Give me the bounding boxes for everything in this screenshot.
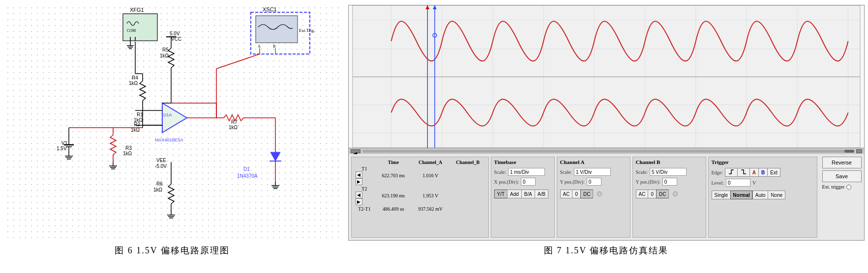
svg-text:1N4370A: 1N4370A [237, 173, 258, 179]
chb-btn-0[interactable]: 0 [648, 190, 656, 198]
svg-text:1.5V: 1.5V [57, 146, 67, 151]
t2t1-time: 486.409 us [375, 206, 411, 212]
t1-right-btn[interactable]: ▶ [356, 178, 362, 185]
osc-controls: Time Channel_A Channel_B T1 ◀ ▶ 622.703 … [349, 154, 864, 240]
chb-btn-ac[interactable]: AC [636, 190, 648, 198]
t2t1-cha: 937.562 mV [411, 206, 449, 212]
chb-ypos-input[interactable] [662, 178, 677, 186]
t2t1-chb [449, 206, 486, 212]
chb-ypos-label: Y pos.(Div): [636, 179, 660, 185]
timebase-mode-group: Y/T Add B/A A/B [494, 190, 549, 198]
save-btn[interactable]: Save [822, 170, 862, 182]
btn-ab[interactable]: A/B [535, 190, 548, 198]
trigger-cha-btn[interactable]: A [749, 168, 758, 177]
trigger-ext-btn[interactable]: Ext [767, 168, 780, 177]
scroll-left-btn[interactable]: ◀ [351, 149, 360, 153]
timebase-xpos-input[interactable] [521, 178, 536, 186]
svg-rect-0 [123, 14, 157, 41]
svg-text:U1A: U1A [163, 112, 172, 117]
channel-b-label: Channel B [636, 159, 703, 165]
t2-left-btn[interactable]: ◀ [356, 191, 362, 198]
trigger-normal-btn[interactable]: Normal [730, 191, 752, 199]
cha-scale-label: Scale: [560, 169, 572, 175]
svg-text:1kΩ: 1kΩ [123, 151, 132, 156]
channel-a-label: Channel A [560, 159, 627, 165]
ext-trigger-radio[interactable] [846, 185, 851, 190]
timebase-xpos-label: X pos.(Div): [494, 179, 519, 185]
timebase-label: Timebase [494, 159, 551, 165]
t2-cha: 1.953 V [411, 186, 449, 206]
cha-btn-0[interactable]: 0 [572, 190, 580, 198]
left-figure-caption: 图 6 1.5V 偏移电路原理图 [115, 245, 230, 256]
svg-text:Ext.Trig.: Ext.Trig. [299, 28, 315, 33]
timebase-scale-label: Scale: [494, 169, 506, 175]
t2-chb [449, 186, 486, 206]
cha-btn-dc[interactable]: DC [580, 190, 593, 198]
oscilloscope: ◀ Time Channel_A Channel_B [348, 5, 865, 241]
trigger-single-btn[interactable]: Single [712, 191, 731, 199]
t2t1-label: T2-T1 [354, 206, 376, 212]
trigger-label: Trigger [712, 159, 814, 165]
svg-text:5.0V: 5.0V [170, 31, 180, 36]
trigger-chb-btn[interactable]: B [758, 168, 767, 177]
svg-text:R4: R4 [132, 75, 138, 81]
right-panel: ◀ Time Channel_A Channel_B [344, 0, 868, 273]
btn-yt[interactable]: Y/T [494, 190, 508, 198]
cha-btn-ac[interactable]: AC [560, 190, 572, 198]
timebase-scale-input[interactable] [508, 168, 545, 176]
svg-text:D1: D1 [243, 166, 250, 172]
trigger-section: Trigger Edge: A [708, 157, 817, 238]
reverse-btn[interactable]: Reverse [822, 157, 862, 168]
cha-indicator [597, 191, 602, 196]
t1-chb [449, 165, 486, 186]
trigger-rising-btn[interactable] [725, 168, 737, 177]
cha-ypos-label: Y pos.(Div): [560, 179, 585, 185]
trigger-mode-group: Single Normal Auto None [712, 191, 786, 199]
channel-b-section: Channel B Scale: Y pos.(Div): AC 0 DC [632, 157, 706, 238]
svg-text:A: A [258, 44, 261, 49]
svg-text:1kΩ: 1kΩ [153, 187, 163, 192]
svg-text:R3: R3 [125, 145, 132, 151]
svg-text:VEE: VEE [156, 158, 166, 163]
osc-screen [349, 5, 864, 148]
t1-label: T1 [361, 166, 367, 171]
chb-indicator [673, 191, 678, 196]
measurements-section: Time Channel_A Channel_B T1 ◀ ▶ 622.703 … [351, 157, 489, 238]
timebase-section: Timebase Scale: X pos.(Div): Y/T Add B/A… [491, 157, 555, 238]
svg-text:1kΩ: 1kΩ [160, 53, 169, 58]
trigger-level-label: Level: [712, 180, 724, 186]
svg-text:B: B [273, 44, 275, 49]
trigger-edge-group: A B Ext [725, 168, 780, 177]
measurements-table: Time Channel_A Channel_B T1 ◀ ▶ 622.703 … [354, 159, 486, 212]
ext-trigger-row: Ext. trigger [822, 184, 862, 190]
trigger-auto-btn[interactable]: Auto [752, 191, 768, 199]
svg-rect-10 [256, 16, 298, 43]
channel-a-section: Channel A Scale: Y pos.(Div): AC 0 DC [557, 157, 630, 238]
svg-text:MAX4016ESA: MAX4016ESA [155, 137, 183, 142]
right-buttons: Reverse Save Ext. trigger [822, 157, 862, 238]
svg-text:R1: R1 [137, 112, 143, 117]
svg-text:XSC1: XSC1 [263, 6, 277, 12]
svg-marker-33 [162, 103, 187, 133]
svg-text:1kΩ: 1kΩ [229, 125, 238, 130]
scroll-right-btn[interactable] [856, 149, 862, 153]
chb-btn-dc[interactable]: DC [656, 190, 669, 198]
btn-ba[interactable]: B/A [521, 190, 535, 198]
col-chb-header: Channel_B [449, 159, 486, 165]
t2-right-btn[interactable]: ▶ [356, 198, 362, 205]
chb-scale-input[interactable] [650, 168, 687, 176]
t1-left-btn[interactable]: ◀ [356, 171, 362, 178]
cha-scale-input[interactable] [574, 168, 611, 176]
trigger-none-btn[interactable]: None [768, 191, 785, 199]
trigger-level-input[interactable] [726, 179, 750, 187]
btn-add[interactable]: Add [507, 190, 521, 198]
trigger-level-unit: V [752, 180, 756, 186]
trigger-falling-btn[interactable] [737, 168, 749, 177]
left-panel: XFG1 COM XSC1 Ext.Trig. A B R5 1kΩ [0, 0, 344, 273]
scrollbar-thumb[interactable] [844, 150, 854, 153]
svg-text:-5.0V: -5.0V [155, 164, 167, 169]
osc-scrollbar[interactable]: ◀ [349, 148, 864, 154]
cha-ypos-input[interactable] [587, 178, 601, 186]
svg-text:1kΩ: 1kΩ [129, 81, 138, 86]
circuit-diagram: XFG1 COM XSC1 Ext.Trig. A B R5 1kΩ [5, 5, 339, 241]
